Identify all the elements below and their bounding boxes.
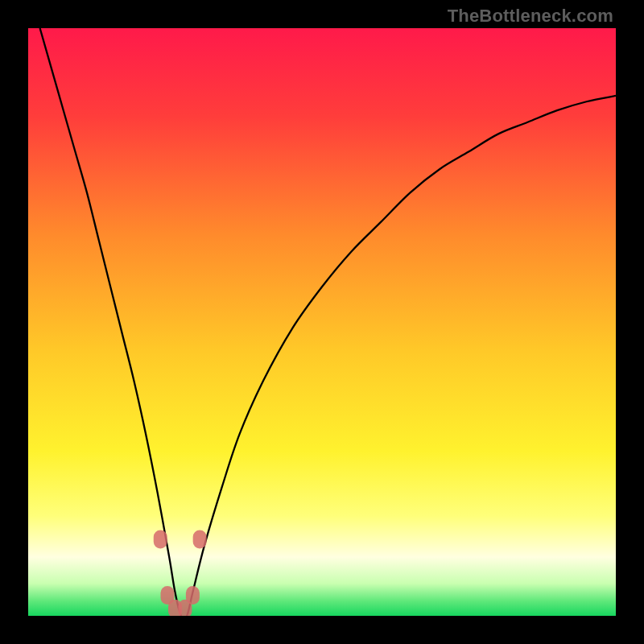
chart-frame: TheBottleneck.com (0, 0, 644, 644)
curve-marker (193, 530, 207, 549)
curve-marker (178, 600, 192, 616)
bottleneck-curve (40, 28, 616, 616)
curve-marker (154, 530, 167, 549)
curve-layer (28, 28, 616, 616)
watermark-text: TheBottleneck.com (448, 6, 613, 27)
plot-area (28, 28, 616, 616)
curve-markers (154, 530, 207, 616)
